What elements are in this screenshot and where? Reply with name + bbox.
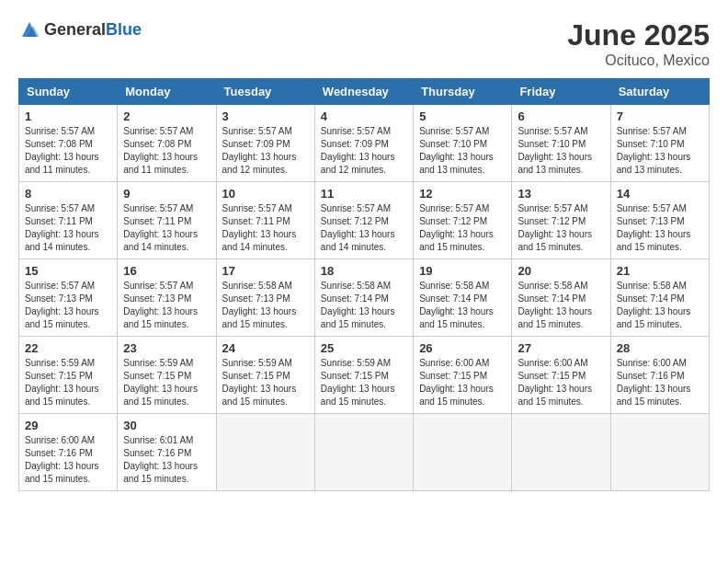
col-tuesday: Tuesday bbox=[216, 79, 314, 105]
day-25: 25 Sunrise: 5:59 AMSunset: 7:15 PMDaylig… bbox=[314, 337, 413, 414]
table-row: 15 Sunrise: 5:57 AMSunset: 7:13 PMDaylig… bbox=[19, 259, 710, 337]
location-title: Ocituco, Mexico bbox=[567, 52, 710, 69]
day-3: 3 Sunrise: 5:57 AMSunset: 7:09 PMDayligh… bbox=[216, 105, 314, 182]
day-29: 29 Sunrise: 6:00 AMSunset: 7:16 PMDaylig… bbox=[19, 414, 118, 491]
header: GeneralBlue June 2025 Ocituco, Mexico bbox=[18, 18, 710, 69]
logo-general: GeneralBlue bbox=[44, 21, 142, 39]
day-22: 22 Sunrise: 5:59 AMSunset: 7:15 PMDaylig… bbox=[19, 337, 118, 414]
day-21: 21 Sunrise: 5:58 AMSunset: 7:14 PMDaylig… bbox=[610, 259, 709, 337]
title-area: June 2025 Ocituco, Mexico bbox=[567, 18, 710, 69]
day-18: 18 Sunrise: 5:58 AMSunset: 7:14 PMDaylig… bbox=[314, 259, 413, 337]
day-27: 27 Sunrise: 6:00 AMSunset: 7:15 PMDaylig… bbox=[512, 337, 610, 414]
day-24: 24 Sunrise: 5:59 AMSunset: 7:15 PMDaylig… bbox=[216, 337, 314, 414]
empty-cell bbox=[314, 414, 413, 491]
day-28: 28 Sunrise: 6:00 AMSunset: 7:16 PMDaylig… bbox=[610, 337, 709, 414]
day-6: 6 Sunrise: 5:57 AMSunset: 7:10 PMDayligh… bbox=[512, 105, 610, 182]
empty-cell bbox=[610, 414, 709, 491]
col-saturday: Saturday bbox=[610, 79, 709, 105]
table-row: 8 Sunrise: 5:57 AMSunset: 7:11 PMDayligh… bbox=[19, 182, 710, 259]
empty-cell bbox=[414, 414, 512, 491]
day-30: 30 Sunrise: 6:01 AMSunset: 7:16 PMDaylig… bbox=[118, 414, 216, 491]
day-15: 15 Sunrise: 5:57 AMSunset: 7:13 PMDaylig… bbox=[19, 259, 118, 337]
day-9: 9 Sunrise: 5:57 AMSunset: 7:11 PMDayligh… bbox=[118, 182, 216, 259]
table-row: 22 Sunrise: 5:59 AMSunset: 7:15 PMDaylig… bbox=[19, 337, 710, 414]
col-sunday: Sunday bbox=[19, 79, 118, 105]
day-14: 14 Sunrise: 5:57 AMSunset: 7:13 PMDaylig… bbox=[610, 182, 709, 259]
day-26: 26 Sunrise: 6:00 AMSunset: 7:15 PMDaylig… bbox=[414, 337, 512, 414]
day-17: 17 Sunrise: 5:58 AMSunset: 7:13 PMDaylig… bbox=[216, 259, 314, 337]
day-23: 23 Sunrise: 5:59 AMSunset: 7:15 PMDaylig… bbox=[118, 337, 216, 414]
empty-cell bbox=[216, 414, 314, 491]
month-title: June 2025 bbox=[567, 18, 710, 52]
day-12: 12 Sunrise: 5:57 AMSunset: 7:12 PMDaylig… bbox=[414, 182, 512, 259]
empty-cell bbox=[512, 414, 610, 491]
col-thursday: Thursday bbox=[414, 79, 512, 105]
table-row: 29 Sunrise: 6:00 AMSunset: 7:16 PMDaylig… bbox=[19, 414, 710, 491]
calendar-header-row: Sunday Monday Tuesday Wednesday Thursday… bbox=[19, 79, 710, 105]
day-1: 1 Sunrise: 5:57 AMSunset: 7:08 PMDayligh… bbox=[19, 105, 118, 182]
day-20: 20 Sunrise: 5:58 AMSunset: 7:14 PMDaylig… bbox=[512, 259, 610, 337]
logo-icon bbox=[18, 18, 40, 40]
day-7: 7 Sunrise: 5:57 AMSunset: 7:10 PMDayligh… bbox=[610, 105, 709, 182]
day-13: 13 Sunrise: 5:57 AMSunset: 7:12 PMDaylig… bbox=[512, 182, 610, 259]
calendar: Sunday Monday Tuesday Wednesday Thursday… bbox=[18, 78, 710, 491]
day-8: 8 Sunrise: 5:57 AMSunset: 7:11 PMDayligh… bbox=[19, 182, 118, 259]
logo: GeneralBlue bbox=[18, 18, 142, 40]
day-16: 16 Sunrise: 5:57 AMSunset: 7:13 PMDaylig… bbox=[118, 259, 216, 337]
day-5: 5 Sunrise: 5:57 AMSunset: 7:10 PMDayligh… bbox=[414, 105, 512, 182]
day-11: 11 Sunrise: 5:57 AMSunset: 7:12 PMDaylig… bbox=[314, 182, 413, 259]
day-10: 10 Sunrise: 5:57 AMSunset: 7:11 PMDaylig… bbox=[216, 182, 314, 259]
day-4: 4 Sunrise: 5:57 AMSunset: 7:09 PMDayligh… bbox=[314, 105, 413, 182]
col-friday: Friday bbox=[512, 79, 610, 105]
day-2: 2 Sunrise: 5:57 AMSunset: 7:08 PMDayligh… bbox=[118, 105, 216, 182]
day-19: 19 Sunrise: 5:58 AMSunset: 7:14 PMDaylig… bbox=[414, 259, 512, 337]
table-row: 1 Sunrise: 5:57 AMSunset: 7:08 PMDayligh… bbox=[19, 105, 710, 182]
col-monday: Monday bbox=[118, 79, 216, 105]
col-wednesday: Wednesday bbox=[314, 79, 413, 105]
